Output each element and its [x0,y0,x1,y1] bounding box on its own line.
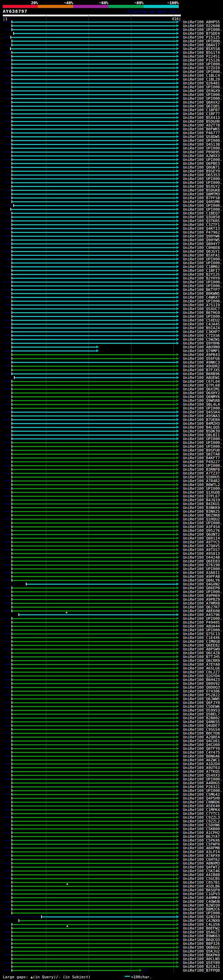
alignment-bar[interactable] [12,744,176,745]
alignment-bar[interactable] [12,538,176,539]
alignment-bar[interactable] [12,362,176,363]
alignment-bar[interactable] [12,775,176,776]
alignment-bar[interactable] [12,328,176,329]
alignment-bar[interactable] [12,844,176,845]
alignment-bar[interactable] [12,817,176,818]
alignment-bar[interactable] [12,190,176,191]
alignment-bar[interactable] [12,534,176,535]
alignment-bar[interactable] [12,113,176,115]
alignment-bar[interactable] [12,171,176,172]
alignment-bar[interactable] [12,767,176,768]
alignment-bar[interactable] [12,262,176,264]
alignment-bar[interactable] [12,293,176,294]
alignment-bar[interactable] [12,794,176,795]
alignment-bar[interactable] [12,350,96,352]
alignment-bar[interactable] [12,450,176,451]
alignment-bar[interactable] [12,958,176,959]
alignment-bar[interactable] [12,110,176,111]
alignment-bar[interactable] [12,41,176,42]
alignment-bar[interactable] [12,855,176,856]
alignment-bar[interactable] [12,668,176,669]
alignment-bar[interactable] [12,266,176,267]
alignment-bar[interactable] [12,381,176,382]
alignment-bar[interactable] [12,913,176,913]
alignment-bar[interactable] [12,511,176,512]
alignment-bar[interactable] [12,943,176,944]
alignment-bar[interactable] [12,404,176,405]
alignment-bar[interactable] [12,721,176,722]
alignment-bar[interactable] [12,480,176,482]
alignment-bar[interactable] [12,656,176,657]
alignment-bar[interactable] [12,783,176,784]
alignment-bar[interactable] [12,94,176,95]
alignment-bar[interactable] [12,928,176,929]
alignment-bar[interactable] [12,224,176,225]
alignment-bar[interactable] [12,251,176,252]
alignment-bar[interactable] [12,679,176,680]
alignment-bar[interactable] [12,752,176,753]
alignment-bar[interactable] [12,901,176,902]
alignment-bar[interactable] [12,132,176,134]
alignment-bar[interactable] [12,599,176,600]
alignment-bar[interactable] [12,630,176,631]
alignment-bar[interactable] [12,87,176,88]
alignment-bar[interactable] [14,377,176,378]
alignment-bar[interactable] [12,121,176,122]
alignment-bar[interactable] [12,733,176,734]
alignment-bar[interactable] [12,285,176,286]
alignment-bar[interactable] [12,542,176,542]
alignment-bar[interactable] [12,125,176,126]
alignment-bar[interactable] [12,779,176,780]
alignment-bar[interactable] [12,874,176,875]
alignment-bar[interactable] [14,205,176,206]
alignment-bar[interactable] [12,98,176,99]
alignment-bar[interactable] [12,477,176,478]
alignment-bar[interactable] [12,201,176,202]
alignment-bar[interactable] [12,434,176,436]
alignment-bar[interactable] [12,652,176,654]
alignment-bar[interactable] [12,446,176,447]
alignment-bar[interactable] [12,75,176,76]
alignment-bar[interactable] [12,507,176,508]
alignment-bar[interactable] [12,331,176,332]
alignment-bar[interactable] [12,546,176,546]
alignment-bar[interactable] [12,442,176,443]
alignment-bar[interactable] [12,469,176,470]
alignment-bar[interactable] [12,136,176,137]
alignment-bar[interactable] [12,836,176,837]
alignment-bar[interactable] [12,67,176,68]
alignment-bar[interactable] [12,438,176,439]
alignment-bar[interactable] [42,916,176,918]
alignment-bar[interactable] [11,48,176,49]
alignment-bar[interactable] [12,366,176,367]
alignment-bar[interactable] [12,756,176,757]
alignment-bar[interactable] [14,33,176,34]
alignment-bar[interactable] [12,396,176,397]
alignment-bar[interactable] [12,343,176,344]
alignment-bar[interactable] [12,175,176,175]
alignment-bar[interactable] [12,947,176,948]
alignment-bar[interactable] [12,159,176,160]
alignment-bar[interactable] [12,22,176,22]
alignment-bar[interactable] [12,671,176,673]
alignment-bar[interactable] [12,503,176,504]
alignment-bar[interactable] [12,611,176,611]
alignment-bar[interactable] [12,71,176,72]
alignment-bar[interactable] [12,870,176,872]
alignment-bar[interactable] [12,297,176,298]
alignment-bar[interactable] [12,710,176,711]
alignment-bar[interactable] [12,645,176,646]
alignment-bar[interactable] [19,920,176,921]
alignment-bar[interactable] [12,553,176,554]
alignment-bar[interactable] [12,259,176,260]
alignment-bar[interactable] [12,698,176,700]
alignment-bar[interactable] [12,725,176,726]
alignment-bar[interactable] [12,220,176,221]
alignment-bar[interactable] [12,309,176,309]
alignment-bar[interactable] [12,312,176,313]
alignment-bar[interactable] [12,484,176,485]
alignment-bar[interactable] [12,706,176,707]
alignment-bar[interactable] [12,924,176,925]
alignment-bar[interactable] [12,102,176,103]
alignment-bar[interactable] [12,691,176,692]
